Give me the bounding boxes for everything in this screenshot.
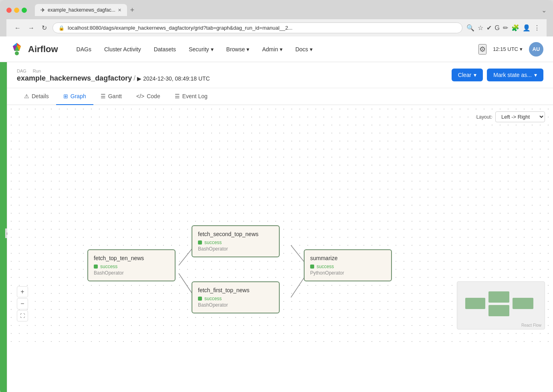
header-right: ⚙ 12:15 UTC ▾ AU xyxy=(478,42,543,57)
extension-edit-button[interactable]: ✏ xyxy=(503,24,508,32)
tab-graph[interactable]: ⊞ Graph xyxy=(56,88,93,105)
run-time[interactable]: 2024-12-30, 08:49:18 UTC xyxy=(143,75,210,82)
node-status-fetch-first-top-news: success xyxy=(198,296,273,301)
node-fetch-top-ten-news[interactable]: fetch_top_ten_news success BashOperator xyxy=(87,249,176,281)
dag-run-info: example_hackernews_dagfactory / ▶ 2024-1… xyxy=(17,74,210,83)
dag-label: DAG xyxy=(17,69,26,73)
layout-control: Layout: Left -> RightTop -> Bottom xyxy=(476,111,545,122)
airflow-logo-icon xyxy=(10,42,24,57)
breadcrumb-labels: DAG Run xyxy=(17,69,210,73)
time-display: 12:15 UTC xyxy=(493,46,518,52)
more-options-button[interactable]: ⋮ xyxy=(534,24,540,32)
new-tab-button[interactable]: + xyxy=(127,4,138,16)
tab-eventlog[interactable]: ☰ Event Log xyxy=(168,88,215,105)
dag-content: ▶ DAG Run xyxy=(0,62,553,392)
node-fetch-second-top-news[interactable]: fetch_second_top_news success BashOperat… xyxy=(192,225,280,257)
admin-chevron-icon: ▾ xyxy=(280,46,283,53)
tabs-bar: ⚠ Details ⊞ Graph ☰ Gantt </> Code xyxy=(7,88,553,105)
node-operator-fetch-second-top-news: BashOperator xyxy=(198,246,273,252)
browser-action-buttons: 🔍 ☆ ✔ G ✏ 🧩 👤 ⋮ xyxy=(466,24,540,32)
tab-favicon: ✈ xyxy=(40,7,45,13)
code-brackets-icon: </> xyxy=(136,93,144,99)
extension-check-button[interactable]: ✔ xyxy=(486,24,492,32)
tab-code[interactable]: </> Code xyxy=(129,88,168,105)
nav-back-button[interactable]: ← xyxy=(13,23,22,33)
bookmark-button[interactable]: ☆ xyxy=(478,24,483,32)
nav-docs[interactable]: Docs ▾ xyxy=(290,43,318,56)
node-status-fetch-top-ten-news: success xyxy=(94,264,169,269)
browser-titlebar: ✈ example_hackernews_dagfac... ✕ + ⌄ ← →… xyxy=(0,0,553,36)
airflow-app: Airflow DAGs Cluster Activity Datasets S… xyxy=(0,36,553,392)
dot-maximize[interactable] xyxy=(22,8,27,13)
dot-minimize[interactable] xyxy=(14,8,19,13)
node-title-summarize: summarize xyxy=(310,255,385,261)
breadcrumb-separator: / xyxy=(133,74,135,83)
gantt-bars-icon: ☰ xyxy=(101,93,106,99)
zoom-in-button[interactable]: + xyxy=(17,286,28,297)
layout-label: Layout: xyxy=(476,114,492,120)
svg-point-6 xyxy=(15,51,19,55)
app-logo-text: Airflow xyxy=(28,44,58,55)
node-operator-summarize: PythonOperator xyxy=(310,270,385,276)
time-chevron-icon: ▾ xyxy=(520,46,523,52)
timezone-selector[interactable]: 12:15 UTC ▾ xyxy=(493,46,523,52)
dag-name[interactable]: example_hackernews_dagfactory xyxy=(17,74,132,83)
minimap-node-1 xyxy=(465,298,485,309)
search-button[interactable]: 🔍 xyxy=(466,24,474,32)
sidebar-square-1 xyxy=(2,123,6,127)
clear-button[interactable]: Clear ▾ xyxy=(452,69,483,81)
sidebar-square-2 xyxy=(2,129,6,133)
dag-header: DAG Run example_hackernews_dagfactory / … xyxy=(7,62,553,88)
nav-refresh-button[interactable]: ↻ xyxy=(40,22,48,33)
sidebar-status: ▶ xyxy=(0,62,7,392)
node-summarize[interactable]: summarize success PythonOperator xyxy=(304,249,392,281)
app-header: Airflow DAGs Cluster Activity Datasets S… xyxy=(0,36,553,62)
sidebar-squares xyxy=(2,123,6,150)
node-status-fetch-second-top-news: success xyxy=(198,240,273,245)
browser-window: ✈ example_hackernews_dagfac... ✕ + ⌄ ← →… xyxy=(0,0,553,392)
nav-datasets[interactable]: Datasets xyxy=(148,43,182,56)
main-area: DAG Run example_hackernews_dagfactory / … xyxy=(7,62,553,392)
details-warning-icon: ⚠ xyxy=(24,93,29,99)
docs-chevron-icon: ▾ xyxy=(310,46,313,53)
app-logo[interactable]: Airflow xyxy=(10,42,58,57)
extension-g-button[interactable]: G xyxy=(495,24,500,32)
tab-details[interactable]: ⚠ Details xyxy=(17,88,56,105)
mark-state-dropdown-icon: ▾ xyxy=(534,72,537,78)
node-fetch-first-top-news[interactable]: fetch_first_top_news success BashOperato… xyxy=(192,281,280,313)
address-bar[interactable]: 🔒 localhost:8080/dags/example_hackernews… xyxy=(52,22,462,33)
dag-actions: Clear ▾ Mark state as... ▾ xyxy=(452,69,543,88)
security-chevron-icon: ▾ xyxy=(211,46,214,53)
browser-expand-button[interactable]: ⌄ xyxy=(541,6,547,14)
status-dot-fetch-top-ten-news xyxy=(94,265,98,269)
dot-close[interactable] xyxy=(6,8,12,13)
nav-security[interactable]: Security ▾ xyxy=(183,43,219,56)
nav-dags[interactable]: DAGs xyxy=(71,43,97,56)
minimap-node-2 xyxy=(488,291,509,303)
zoom-out-button[interactable]: − xyxy=(17,298,28,309)
node-status-summarize: success xyxy=(310,264,385,269)
settings-gear-button[interactable]: ⚙ xyxy=(478,44,486,55)
reactflow-label: React Flow xyxy=(521,323,541,327)
fullscreen-button[interactable]: ⛶ xyxy=(17,310,28,321)
mark-state-button[interactable]: Mark state as... ▾ xyxy=(487,69,543,81)
nav-cluster-activity[interactable]: Cluster Activity xyxy=(99,43,147,56)
run-icon: ▶ xyxy=(137,75,141,82)
profile-button[interactable]: 👤 xyxy=(523,24,531,32)
nav-forward-button[interactable]: → xyxy=(26,23,36,33)
browser-tabs: ✈ example_hackernews_dagfac... ✕ + xyxy=(35,4,137,16)
status-dot-summarize xyxy=(310,265,314,269)
layout-select[interactable]: Left -> RightTop -> Bottom xyxy=(495,111,545,122)
user-avatar[interactable]: AU xyxy=(529,42,543,57)
active-tab[interactable]: ✈ example_hackernews_dagfac... ✕ xyxy=(35,4,127,16)
status-bar-green xyxy=(2,65,6,97)
tab-gantt[interactable]: ☰ Gantt xyxy=(93,88,129,105)
dag-breadcrumb: DAG Run example_hackernews_dagfactory / … xyxy=(17,69,210,83)
nav-admin[interactable]: Admin ▾ xyxy=(256,43,288,56)
extension-puzzle-button[interactable]: 🧩 xyxy=(511,24,519,32)
tab-close-btn[interactable]: ✕ xyxy=(118,8,121,13)
avatar-initials: AU xyxy=(533,46,540,52)
nav-browse[interactable]: Browse ▾ xyxy=(221,43,255,56)
status-dot-fetch-first-top-news xyxy=(198,297,202,301)
sidebar-square-5 xyxy=(2,145,6,150)
